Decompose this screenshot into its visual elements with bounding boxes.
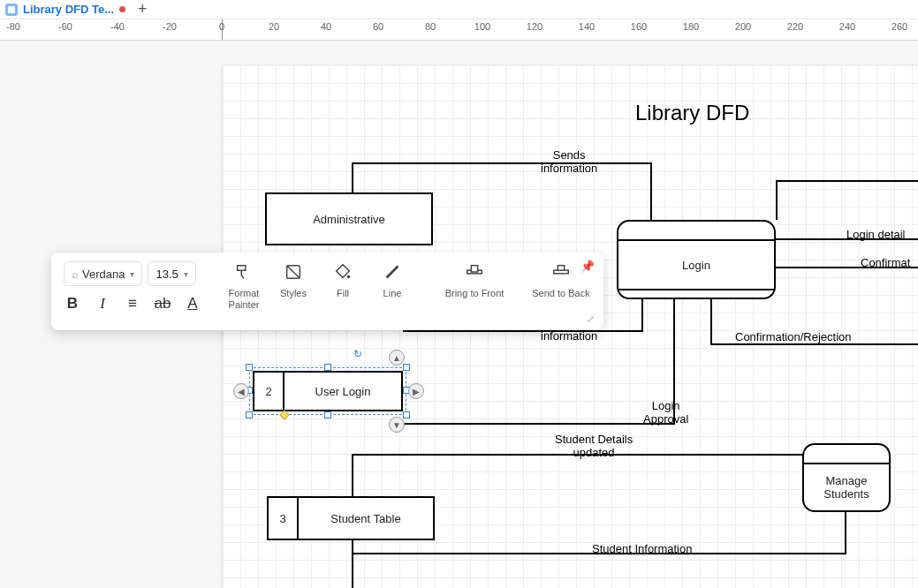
tool-label: Bring to Front: [445, 288, 505, 299]
font-color-button[interactable]: A: [184, 295, 201, 313]
fill-button[interactable]: Fill: [322, 261, 364, 299]
chevron-down-icon: ▾: [130, 269, 134, 279]
bold-button[interactable]: B: [64, 295, 81, 313]
tool-label: Send to Back: [532, 288, 589, 299]
ruler-tick-label: 260: [891, 21, 907, 32]
svg-rect-5: [554, 270, 569, 274]
ruler-tick-label: 120: [527, 21, 542, 32]
edge: [845, 512, 846, 554]
horizontal-ruler: -80-60-40-200204060801001201401601802002…: [0, 19, 918, 41]
edge: [710, 343, 918, 345]
connector-down-button[interactable]: ▼: [389, 417, 405, 433]
chevron-down-icon: ▾: [184, 269, 188, 279]
format-toolbar: ⌕ Verdana ▾ 13.5 ▾ B I ≡ ab A: [51, 253, 603, 330]
edge: [403, 423, 675, 425]
ruler-tick-label: 180: [683, 21, 699, 32]
tool-label: Format Painter: [229, 288, 260, 311]
fill-icon: [333, 261, 353, 283]
resize-handle[interactable]: [403, 364, 410, 371]
font-size-select[interactable]: 13.5 ▾: [148, 261, 195, 286]
edge-label: Login detail: [846, 228, 906, 241]
format-painter-button[interactable]: Format Painter: [223, 261, 265, 311]
ruler-tick-label: 140: [579, 21, 595, 32]
edge: [352, 454, 353, 496]
edge-label: Confirmat: [861, 256, 910, 269]
node-login[interactable]: Login: [617, 220, 776, 299]
doc-icon: [5, 4, 18, 16]
tool-label: Styles: [280, 288, 307, 299]
resize-handle[interactable]: [403, 411, 410, 418]
node-label: Login: [618, 241, 774, 289]
node-label: Student Table: [299, 498, 433, 539]
line-icon: [383, 261, 402, 283]
edge: [352, 162, 652, 164]
edge: [403, 330, 643, 332]
align-button[interactable]: ≡: [124, 295, 141, 313]
node-administrative[interactable]: Administrative: [265, 192, 433, 245]
search-icon: ⌕: [72, 268, 79, 281]
ruler-tick-label: 60: [373, 21, 383, 32]
connector-right-button[interactable]: ▶: [408, 383, 424, 399]
svg-rect-3: [471, 266, 477, 272]
bring-to-front-icon: [465, 261, 484, 283]
ruler-tick-label: -20: [163, 21, 177, 32]
connector-left-button[interactable]: ◀: [233, 383, 249, 399]
edge: [776, 180, 778, 220]
rotate-handle[interactable]: ↻: [353, 348, 364, 358]
edge: [650, 162, 652, 220]
node-manage-students[interactable]: Manage Students: [802, 443, 891, 512]
resize-handle[interactable]: [324, 411, 331, 418]
node-label: Administrative: [267, 194, 431, 244]
strikethrough-button[interactable]: ab: [154, 295, 171, 313]
line-button[interactable]: Line: [371, 261, 413, 299]
resize-handle[interactable]: [324, 364, 331, 371]
bring-to-front-button[interactable]: Bring to Front: [435, 261, 514, 299]
font-family-select[interactable]: ⌕ Verdana ▾: [64, 261, 142, 286]
font-size: 13.5: [156, 268, 178, 281]
resize-handle[interactable]: [246, 364, 253, 371]
resize-handle[interactable]: [246, 411, 253, 418]
pin-icon[interactable]: 📌: [580, 260, 595, 273]
ruler-tick-label: 40: [321, 21, 331, 32]
edge-label: Student Information: [592, 542, 692, 555]
styles-button[interactable]: Styles: [272, 261, 315, 299]
ruler-tick-label: 220: [787, 21, 803, 32]
tab-title: Library DFD Te...: [23, 3, 114, 16]
canvas[interactable]: Library DFD Administrative 2 User Login …: [0, 41, 918, 588]
italic-button[interactable]: I: [94, 295, 111, 313]
format-painter-icon: [234, 261, 254, 283]
selection-outline: [249, 367, 406, 415]
ruler-tick-label: 80: [425, 21, 436, 32]
edge: [352, 162, 353, 192]
tool-label: Fill: [337, 288, 349, 299]
styles-icon: [284, 261, 303, 283]
document-tab[interactable]: Library DFD Te...: [5, 3, 125, 16]
send-to-back-icon: [551, 261, 571, 283]
connector-up-button[interactable]: ▲: [389, 350, 405, 366]
node-label: Manage Students: [804, 464, 889, 510]
tool-label: Line: [383, 288, 402, 299]
edge: [710, 299, 712, 343]
ruler-tick-label: -60: [58, 21, 72, 32]
tab-bar: Library DFD Te... +: [0, 0, 918, 19]
ruler-tick-label: 100: [474, 21, 490, 32]
ruler-tick-label: 200: [735, 21, 751, 32]
svg-point-1: [347, 275, 351, 279]
expand-icon[interactable]: ⤢: [587, 313, 595, 325]
font-name: Verdana: [82, 268, 125, 281]
ruler-tick-label: 240: [839, 21, 855, 32]
edge: [352, 540, 353, 588]
ruler-tick-label: 20: [269, 21, 279, 32]
edge: [641, 299, 643, 330]
ruler-tick-label: 0: [219, 21, 224, 32]
edge-label: Sends information: [541, 148, 597, 175]
diagram-title: Library DFD: [635, 101, 749, 125]
node-index: 3: [269, 498, 299, 539]
edge-label: Confirmation/Rejection: [735, 330, 852, 343]
unsaved-dot-icon: [119, 6, 125, 12]
edge-label: Login Approval: [643, 399, 688, 426]
edge: [776, 180, 918, 182]
node-student-table[interactable]: 3 Student Table: [267, 496, 435, 540]
ruler-tick-label: 160: [631, 21, 647, 32]
new-tab-button[interactable]: +: [133, 0, 153, 19]
